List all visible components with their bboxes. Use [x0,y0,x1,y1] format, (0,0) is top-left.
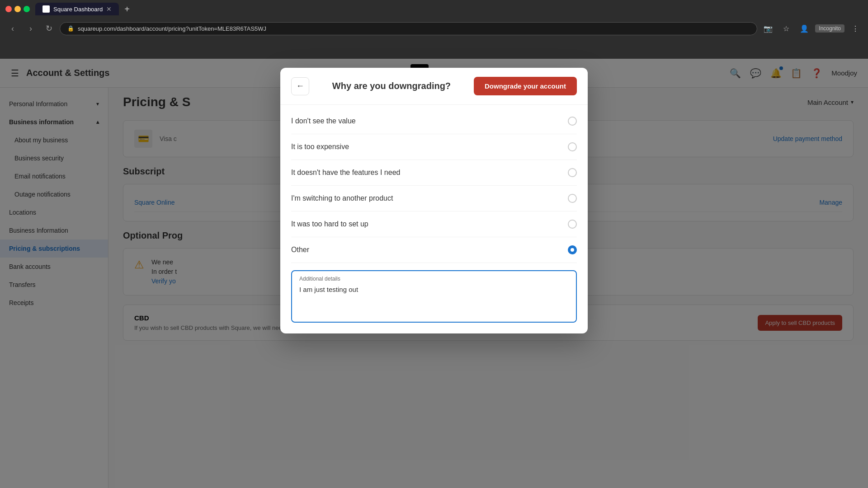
radio-label-1: I don't see the value [291,117,356,125]
downgrade-modal: ← Why are you downgrading? Downgrade you… [280,68,588,333]
nav-forward-button[interactable]: › [24,21,38,36]
downgrade-confirm-button[interactable]: Downgrade your account [474,77,577,95]
lock-icon: 🔒 [67,25,74,32]
window-min-btn[interactable] [14,6,21,12]
window-close-btn[interactable] [5,6,12,12]
radio-input-1[interactable] [568,117,577,126]
radio-option-4[interactable]: I'm switching to another product [291,186,577,211]
textarea-label: Additional details [292,271,576,284]
url-text: squareup.com/dashboard/account/pricing?u… [78,25,266,32]
browser-tab-active[interactable]: S Square Dashboard ✕ [35,3,119,15]
radio-option-2[interactable]: It is too expensive [291,134,577,160]
window-max-btn[interactable] [24,6,30,12]
address-bar[interactable]: 🔒 squareup.com/dashboard/account/pricing… [60,22,757,35]
modal-overlay[interactable]: ← Why are you downgrading? Downgrade you… [0,59,868,488]
radio-input-6[interactable] [568,245,577,254]
modal-title: Why are you downgrading? [309,81,474,91]
app-layout: ☰ Account & Settings ■ 🔍 💬 🔔 📋 ❓ Moodjoy… [0,59,868,488]
tab-close-icon[interactable]: ✕ [106,5,112,13]
radio-option-5[interactable]: It was too hard to set up [291,211,577,237]
tab-title: Square Dashboard [53,6,103,13]
incognito-badge: Incognito [815,24,844,33]
browser-chrome: S Square Dashboard ✕ + ‹ › ↻ 🔒 squareup.… [0,0,868,59]
radio-option-1[interactable]: I don't see the value [291,108,577,134]
new-tab-button[interactable]: + [121,2,133,16]
menu-dots-icon[interactable]: ⋮ [848,21,863,36]
radio-input-4[interactable] [568,194,577,203]
nav-back-button[interactable]: ‹ [5,21,20,36]
bookmark-star-icon[interactable]: ☆ [779,21,793,36]
radio-label-2: It is too expensive [291,143,349,151]
modal-body: I don't see the value It is too expensiv… [280,105,588,333]
textarea-container: Additional details [291,270,577,323]
profile-icon[interactable]: 👤 [797,21,811,36]
radio-label-3: It doesn't have the features I need [291,169,400,177]
tab-favicon: S [42,5,50,13]
camera-icon[interactable]: 📷 [761,21,775,36]
radio-option-6[interactable]: Other [291,237,577,263]
additional-details-input[interactable] [292,284,576,320]
modal-back-button[interactable]: ← [291,77,309,95]
radio-input-5[interactable] [568,220,577,229]
radio-option-3[interactable]: It doesn't have the features I need [291,160,577,186]
nav-refresh-button[interactable]: ↻ [42,21,56,36]
radio-label-6: Other [291,246,309,254]
radio-input-2[interactable] [568,142,577,151]
radio-label-5: It was too hard to set up [291,220,368,228]
radio-input-3[interactable] [568,168,577,177]
radio-label-4: I'm switching to another product [291,194,393,202]
modal-header: ← Why are you downgrading? Downgrade you… [280,68,588,105]
